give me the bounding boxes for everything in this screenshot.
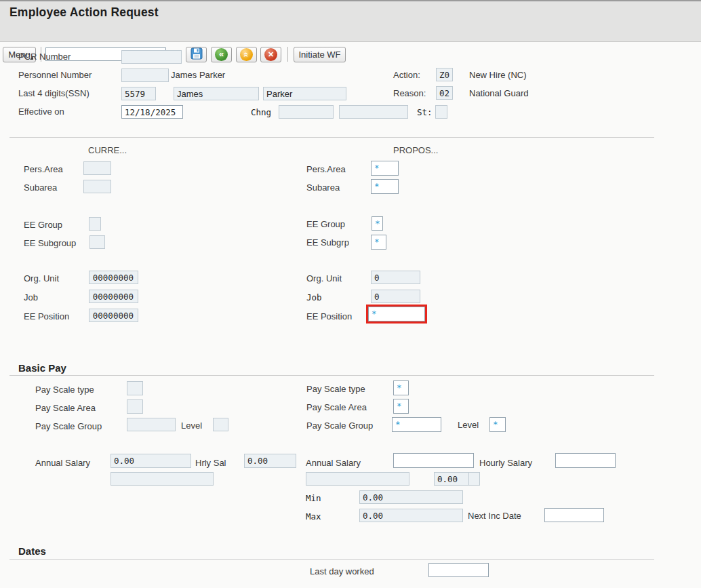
current-pers-area-field[interactable] bbox=[83, 161, 111, 175]
proposed-ee-subgroup-label: EE Subgrp bbox=[306, 237, 349, 248]
current-ee-subgroup-field[interactable] bbox=[89, 235, 105, 249]
proposed-org-unit-label: Org. Unit bbox=[306, 273, 342, 283]
exit-icon: « bbox=[240, 48, 253, 61]
reason-text: National Guard bbox=[469, 88, 528, 98]
proposed-org-unit-field[interactable]: 0 bbox=[371, 271, 420, 284]
current-org-unit-label: Org. Unit bbox=[24, 273, 59, 283]
current-ee-position-field[interactable]: 00000000 bbox=[89, 309, 138, 322]
current-ee-subgroup-label: EE Subgroup bbox=[24, 238, 76, 248]
toolbar-separator bbox=[287, 47, 288, 62]
proposed-pay-scale-area-field[interactable]: * bbox=[393, 399, 409, 414]
pcr-number-field[interactable] bbox=[121, 50, 182, 64]
current-ee-group-label: EE Group bbox=[24, 220, 62, 230]
proposed-level-field[interactable]: * bbox=[489, 417, 506, 432]
reason-code-field[interactable]: 02 bbox=[436, 86, 453, 100]
current-level-label: Level bbox=[181, 420, 202, 431]
section-divider bbox=[9, 137, 654, 138]
employee-action-request-window: Employee Action Request Menu ◄ bbox=[0, 0, 701, 588]
proposed-hourly-salary-label: Hourly Salary bbox=[479, 458, 532, 468]
current-ee-group-field[interactable] bbox=[89, 217, 101, 231]
next-inc-date-field[interactable] bbox=[544, 508, 604, 522]
proposed-job-label: Job bbox=[306, 292, 322, 302]
proposed-salary-extra-field[interactable] bbox=[306, 472, 409, 486]
max-field[interactable]: 0.00 bbox=[359, 509, 463, 522]
save-button[interactable] bbox=[186, 47, 207, 62]
last-day-worked-field[interactable] bbox=[428, 563, 489, 577]
proposed-pay-scale-group-field[interactable]: * bbox=[392, 417, 441, 432]
effective-date-field[interactable]: 12/18/2025 bbox=[121, 105, 183, 119]
first-name-field[interactable]: James bbox=[174, 87, 259, 100]
page-title: Employee Action Request bbox=[9, 5, 159, 20]
current-hrly-sal-label: Hrly Sal bbox=[195, 458, 226, 468]
chng-field-2[interactable] bbox=[339, 105, 408, 119]
proposed-annual-salary-label: Annual Salary bbox=[306, 458, 361, 468]
proposed-annual-salary-field[interactable] bbox=[393, 453, 474, 468]
min-field[interactable]: 0.00 bbox=[359, 490, 463, 504]
pcr-number-label: PCR Number bbox=[18, 52, 71, 62]
current-subarea-field[interactable] bbox=[83, 180, 111, 193]
dates-section-title: Dates bbox=[18, 545, 46, 557]
personnel-number-label: Personnel Number bbox=[18, 70, 92, 80]
max-label: Max bbox=[306, 511, 321, 522]
current-pay-scale-group-label: Pay Scale Group bbox=[35, 421, 102, 431]
proposed-pay-scale-type-label: Pay Scale type bbox=[306, 384, 365, 394]
last-day-worked-label: Last day worked bbox=[310, 566, 374, 576]
chng-label: Chng bbox=[251, 107, 271, 117]
current-pay-scale-area-field[interactable] bbox=[127, 399, 143, 414]
current-annual-salary-field[interactable]: 0.00 bbox=[111, 454, 191, 468]
basic-pay-section-title: Basic Pay bbox=[18, 362, 66, 374]
cancel-icon: ✕ bbox=[264, 48, 277, 61]
current-annual-salary-label: Annual Salary bbox=[35, 458, 90, 468]
back-icon: « bbox=[215, 48, 228, 61]
proposed-subarea-label: Subarea bbox=[306, 182, 340, 193]
current-column-header: CURRE... bbox=[88, 145, 127, 155]
next-inc-date-label: Next Inc Date bbox=[468, 511, 521, 521]
proposed-job-field[interactable]: 0 bbox=[371, 290, 420, 303]
personnel-number-field[interactable] bbox=[121, 68, 169, 82]
proposed-ee-position-label: EE Position bbox=[306, 311, 352, 321]
cancel-button[interactable]: ✕ bbox=[260, 47, 281, 62]
section-divider bbox=[9, 375, 654, 376]
current-subarea-label: Subarea bbox=[24, 182, 57, 193]
ssn-last4-label: Last 4 digits(SSN) bbox=[18, 88, 89, 98]
personnel-name-text: James Parker bbox=[171, 70, 225, 80]
back-button[interactable]: « bbox=[211, 47, 232, 62]
current-pay-scale-type-label: Pay Scale type bbox=[35, 385, 94, 395]
current-level-field[interactable] bbox=[213, 418, 228, 431]
proposed-pay-scale-type-field[interactable]: * bbox=[393, 380, 409, 395]
reason-label: Reason: bbox=[393, 88, 426, 98]
effective-on-label: Effective on bbox=[18, 106, 64, 117]
exit-button[interactable]: « bbox=[236, 47, 257, 62]
current-job-label: Job bbox=[24, 292, 38, 302]
ssn-last4-field[interactable]: 5579 bbox=[121, 87, 156, 100]
proposed-ee-group-field[interactable]: * bbox=[372, 216, 383, 231]
proposed-ee-subgroup-field[interactable]: * bbox=[371, 235, 386, 250]
min-label: Min bbox=[306, 493, 321, 503]
proposed-pay-scale-group-label: Pay Scale Group bbox=[306, 420, 373, 431]
initiate-wf-button[interactable]: Initiate WF bbox=[294, 47, 346, 62]
current-job-field[interactable]: 00000000 bbox=[89, 290, 138, 303]
proposed-pers-area-field[interactable]: * bbox=[371, 161, 399, 176]
proposed-column-header: PROPOS... bbox=[393, 145, 438, 155]
current-pay-scale-group-field[interactable] bbox=[127, 418, 176, 431]
proposed-ee-position-field[interactable]: * bbox=[368, 307, 425, 321]
proposed-subarea-field[interactable]: * bbox=[371, 179, 399, 194]
last-name-field[interactable]: Parker bbox=[263, 87, 346, 100]
action-code-field[interactable]: Z0 bbox=[436, 68, 453, 81]
header-bar: Employee Action Request bbox=[0, 0, 701, 22]
proposed-amount-field[interactable]: 0.00 bbox=[434, 472, 469, 486]
current-pay-scale-type-field[interactable] bbox=[127, 381, 143, 395]
current-pay-scale-area-label: Pay Scale Area bbox=[35, 403, 96, 413]
chng-field-1[interactable] bbox=[279, 105, 334, 119]
current-salary-extra-field[interactable] bbox=[111, 472, 214, 486]
st-field[interactable] bbox=[435, 105, 447, 119]
toolbar: Menu ◄ « « bbox=[0, 22, 701, 42]
amount-unit-box[interactable] bbox=[468, 472, 480, 486]
proposed-pers-area-label: Pers.Area bbox=[306, 164, 346, 174]
current-org-unit-field[interactable]: 00000000 bbox=[89, 271, 138, 284]
proposed-hourly-salary-field[interactable] bbox=[555, 453, 616, 468]
section-divider bbox=[9, 559, 654, 560]
st-label: St: bbox=[417, 107, 433, 117]
current-hrly-sal-field[interactable]: 0.00 bbox=[244, 454, 296, 468]
save-icon bbox=[191, 47, 203, 62]
